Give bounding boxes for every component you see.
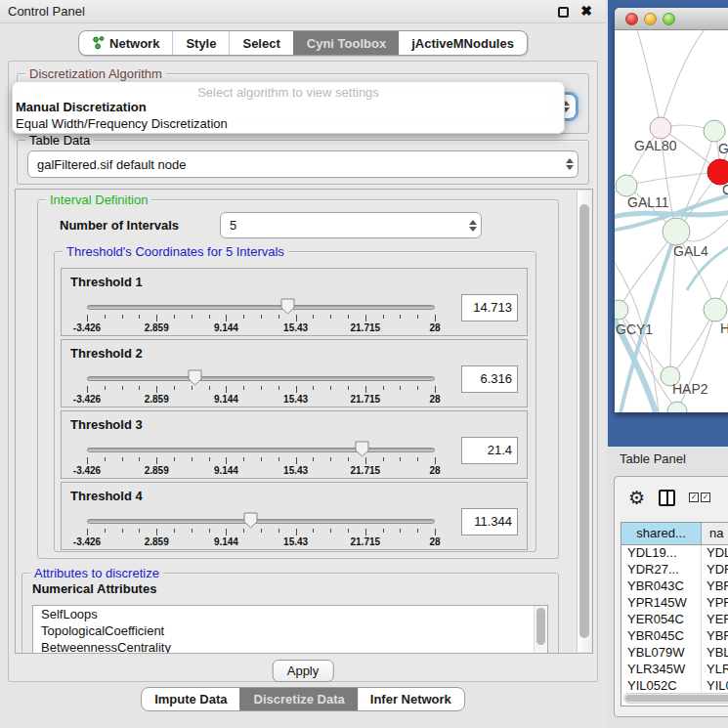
table-row[interactable]: YBR045CYBR0 [621,628,728,645]
cell-name[interactable]: YBL0 [702,645,728,662]
cell-name[interactable]: YPR1 [702,595,728,612]
slider-track[interactable] [87,376,435,381]
cell-shared-name[interactable]: YBL079W [621,645,702,662]
tick-label: 15.43 [283,536,308,547]
network-node[interactable] [616,175,637,196]
network-node[interactable] [663,218,690,245]
network-node[interactable] [615,300,628,320]
network-node[interactable] [704,298,727,321]
tab-cyni-toolbox[interactable]: Cyni Toolbox [293,31,399,55]
slider-track[interactable] [87,448,435,452]
tick-label: 2.859 [145,465,169,476]
numerical-attributes-list[interactable]: SelfLoopsTopologicalCoefficientBetweenne… [32,605,548,654]
cell-name[interactable]: YDR2 [702,562,728,578]
dropdown-placeholder[interactable]: Select algorithm to view settings [13,82,564,99]
settings-vertical-scrollbar[interactable] [577,191,591,652]
table-row[interactable]: YPR145WYPR1 [621,595,728,612]
cell-shared-name[interactable]: YLR345W [621,662,702,678]
panel-title: Control Panel [8,4,85,19]
tick-label: -3.426 [73,322,101,333]
tick-label: 15.43 [283,394,308,405]
cell-name[interactable]: YDL1 [702,545,728,562]
cell-name[interactable]: YER0 [702,612,728,628]
tick-mark [261,457,262,461]
close-icon[interactable]: ✖ [580,3,592,19]
tick-mark [417,386,418,390]
split-columns-icon[interactable] [659,490,675,506]
table-horizontal-scrollbar[interactable] [623,693,728,704]
cell-name[interactable]: YLR3 [702,662,728,678]
tick-mark [243,386,244,390]
cell-name[interactable]: YBR0 [702,578,728,595]
slider-thumb[interactable] [280,298,295,315]
attribute-list-item[interactable]: BetweennessCentrality [33,639,547,654]
close-traffic-light[interactable] [625,13,638,25]
threshold-value-field[interactable]: 11.344 [461,508,518,535]
column-header-shared-name[interactable]: shared... [621,523,702,544]
table-row[interactable]: YLR345WYLR3 [621,662,728,678]
stepper-arrows-icon[interactable] [562,158,578,170]
tab-style[interactable]: Style [172,31,229,55]
tick-mark [156,386,157,393]
table-data-combobox[interactable]: galFiltered.sif default node [27,150,578,178]
slider-thumb[interactable] [188,369,202,386]
attributes-scrollbar[interactable] [534,606,547,654]
threshold-value-field[interactable]: 14.713 [461,294,518,321]
tab-discretize-data[interactable]: Discretize Data [240,688,358,710]
network-node[interactable] [650,117,671,139]
apply-button[interactable]: Apply [273,660,334,682]
tick-mark [330,457,331,461]
tick-mark [87,529,88,535]
dropdown-option-manual[interactable]: Manual Discretization [13,99,564,115]
table-row[interactable]: YBL079WYBL0 [621,645,728,662]
cell-shared-name[interactable]: YPR145W [621,595,702,612]
tick-label: 9.144 [214,465,238,476]
cell-shared-name[interactable]: YBR043C [621,578,702,595]
cell-shared-name[interactable]: YER054C [621,612,702,628]
scrollbar-thumb[interactable] [579,204,589,638]
attribute-list-item[interactable]: SelfLoops [33,606,547,622]
table-row[interactable]: YDR27...YDR2 [621,562,728,578]
tab-select[interactable]: Select [229,31,292,55]
float-window-icon[interactable] [558,7,569,18]
tick-mark [261,529,262,533]
tick-mark [330,529,331,533]
table-row[interactable]: YER054CYER0 [621,612,728,628]
network-node[interactable] [667,402,687,412]
threshold-value-field[interactable]: 6.316 [461,365,518,393]
tab-jactivemnodules[interactable]: jActiveMNodules [399,31,527,55]
tab-infer-network[interactable]: Infer Network [358,688,464,710]
tab-label: Impute Data [154,692,227,707]
threshold-value-field[interactable]: 21.4 [461,437,518,464]
stepper-arrows-icon[interactable] [465,220,481,232]
scrollbar-thumb[interactable] [536,608,545,645]
scrollbar-thumb[interactable] [625,695,728,702]
table-row[interactable]: YBR043CYBR0 [621,578,728,595]
network-node[interactable] [704,120,725,142]
cell-shared-name[interactable]: YDR27... [621,562,702,578]
column-header-name[interactable]: na [702,523,728,544]
slider-thumb[interactable] [355,441,369,457]
slider-thumb[interactable] [243,512,258,529]
attribute-list-item[interactable]: TopologicalCoefficient [33,622,547,639]
select-columns-icon[interactable]: ✓ ✓ [689,492,710,502]
slider-track[interactable] [87,305,435,310]
zoom-traffic-light[interactable] [663,13,675,25]
tab-network[interactable]: Network [79,31,172,55]
cell-shared-name[interactable]: YBR045C [621,628,702,645]
slider-track[interactable] [87,519,435,524]
cell-shared-name[interactable]: YDL19... [621,545,702,562]
minimize-traffic-light[interactable] [644,13,657,25]
threshold-label: Threshold 1 [70,275,143,289]
tick-mark [209,386,210,390]
cell-name[interactable]: YBR0 [702,628,728,645]
num-intervals-combobox[interactable]: 5 [220,212,482,238]
gear-icon[interactable]: ⚙ [628,489,645,507]
tick-label: 28 [429,322,440,333]
dropdown-option-equal-width[interactable]: Equal Width/Frequency Discretization [13,115,564,132]
tab-impute-data[interactable]: Impute Data [142,688,239,710]
network-canvas[interactable]: GAL80GACGAL11GAL4GCY1HHAP2 [615,30,728,412]
tick-mark [435,315,436,321]
table-row[interactable]: YDL19...YDL1 [621,545,728,562]
tick-mark [139,386,140,390]
